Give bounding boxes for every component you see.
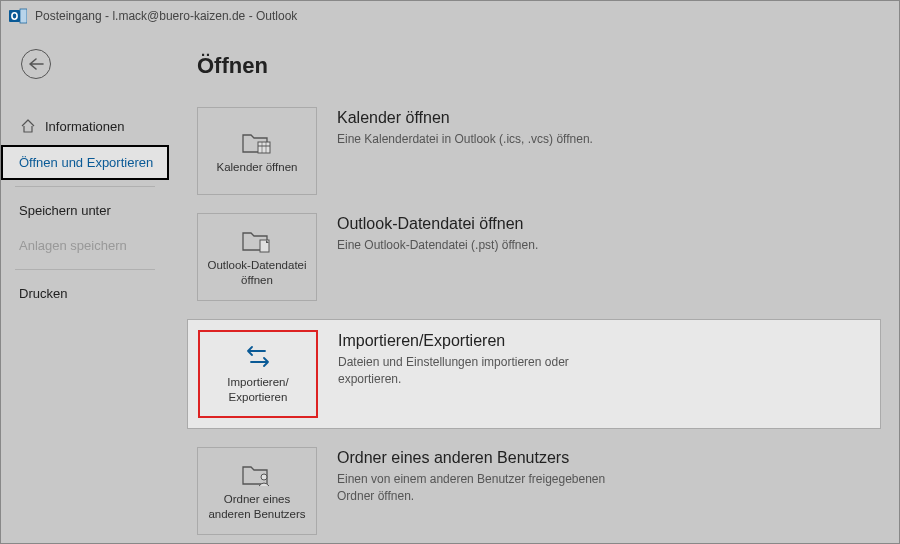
svg-rect-1 [20, 9, 27, 23]
page-title: Öffnen [197, 53, 871, 79]
tile-import-export[interactable]: Importieren/ Exportieren [198, 330, 318, 418]
window-title: Posteingang - l.mack@buero-kaizen.de - O… [35, 9, 297, 23]
arrow-left-icon [28, 57, 44, 71]
sidebar-item-label: Drucken [19, 286, 67, 301]
backstage-sidebar: Informationen Öffnen und Exportieren Spe… [1, 31, 169, 543]
tile-open-datafile[interactable]: Outlook-Datendatei öffnen [197, 213, 317, 301]
folder-calendar-icon [240, 128, 274, 156]
tile-open-calendar[interactable]: Kalender öffnen [197, 107, 317, 195]
folder-user-icon [240, 460, 274, 488]
sidebar-divider [15, 186, 155, 187]
tile-label: Ordner eines anderen Benutzers [202, 492, 312, 522]
sidebar-item-drucken[interactable]: Drucken [1, 276, 169, 311]
option-row-open-datafile: Outlook-Datendatei öffnen Outlook-Datend… [197, 213, 871, 301]
tile-label: Importieren/ Exportieren [227, 375, 288, 405]
option-title: Outlook-Datendatei öffnen [337, 215, 871, 233]
import-export-icon [241, 343, 275, 371]
sidebar-item-label: Öffnen und Exportieren [19, 155, 153, 170]
option-title: Importieren/Exportieren [338, 332, 870, 350]
svg-point-8 [261, 474, 267, 480]
option-row-open-calendar: Kalender öffnen Kalender öffnen Eine Kal… [197, 107, 871, 195]
sidebar-item-label: Speichern unter [19, 203, 111, 218]
option-description: Eine Outlook-Datendatei (.pst) öffnen. [337, 237, 617, 254]
sidebar-item-anlagen-speichern: Anlagen speichern [1, 228, 169, 263]
tile-label: Kalender öffnen [217, 160, 298, 175]
option-description: Dateien und Einstellungen importieren od… [338, 354, 618, 388]
sidebar-item-informationen[interactable]: Informationen [1, 107, 169, 145]
sidebar-item-label: Informationen [45, 119, 125, 134]
svg-rect-3 [258, 142, 270, 153]
option-title: Kalender öffnen [337, 109, 871, 127]
option-row-import-export: Importieren/ Exportieren Importieren/Exp… [187, 319, 881, 429]
option-description: Einen von einem anderen Benutzer freigeg… [337, 471, 617, 505]
content-area: Öffnen Kalender öffnen Kalender öffnen [169, 31, 899, 543]
sidebar-item-label: Anlagen speichern [19, 238, 127, 253]
sidebar-item-speichern-unter[interactable]: Speichern unter [1, 193, 169, 228]
folder-datafile-icon [240, 226, 274, 254]
option-description: Eine Kalenderdatei in Outlook (.ics, .vc… [337, 131, 617, 148]
title-bar: Posteingang - l.mack@buero-kaizen.de - O… [1, 1, 899, 31]
tile-label: Outlook-Datendatei öffnen [202, 258, 312, 288]
back-button[interactable] [21, 49, 51, 79]
svg-rect-0 [9, 10, 20, 22]
outlook-icon [9, 7, 27, 25]
sidebar-divider [15, 269, 155, 270]
tile-other-user-folder[interactable]: Ordner eines anderen Benutzers [197, 447, 317, 535]
sidebar-item-oeffnen-exportieren[interactable]: Öffnen und Exportieren [1, 145, 169, 180]
home-icon [19, 117, 37, 135]
option-title: Ordner eines anderen Benutzers [337, 449, 871, 467]
option-row-other-user-folder: Ordner eines anderen Benutzers Ordner ei… [197, 447, 871, 535]
